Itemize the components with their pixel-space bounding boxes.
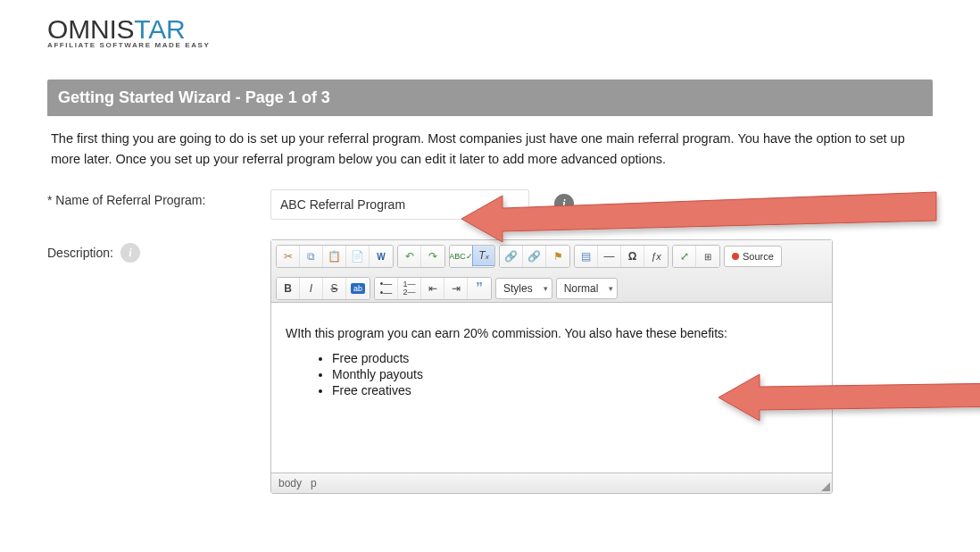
copy-icon[interactable]: ⧉ [300,246,323,267]
spellcheck-icon[interactable]: ABC✓ [450,246,473,267]
path-body[interactable]: body [278,477,302,489]
format-label: Normal [564,282,599,295]
link-icon[interactable]: 🔗 [500,246,523,267]
source-icon [732,253,739,260]
description-label: Description: [47,246,113,260]
editor-content[interactable]: WIth this program you can earn 20% commi… [271,303,832,473]
editor-toolbar: ✂ ⧉ 📋 📄 W ↷ ↷ ABC✓ Tx 🔗 [271,240,832,303]
showblocks-icon[interactable]: ⊞ [696,246,719,267]
row-referral-name: * Name of Referral Program: i [47,186,933,236]
ol-icon[interactable]: 1—2— [398,278,421,299]
editor-paragraph: WIth this program you can earn 20% commi… [286,326,818,340]
remove-format-icon[interactable]: Tx [472,245,495,266]
italic-icon[interactable]: I [300,278,323,299]
editor-path-bar: body p [271,473,832,493]
list-item: Free products [332,351,818,365]
chevron-down-icon: ▾ [609,284,613,293]
unlink-icon[interactable]: 🔗 [523,246,546,267]
anchor-icon[interactable]: ⚑ [546,246,569,267]
logo-omni: OMNI [47,14,117,44]
resize-handle-icon[interactable] [821,482,830,491]
list-item: Free creatives [332,383,818,397]
chevron-down-icon: ▾ [544,284,548,293]
paste-word-icon[interactable]: W [370,246,393,267]
wizard-intro: The first thing you are going to do is s… [47,116,933,186]
path-p[interactable]: p [311,477,317,489]
styles-label: Styles [503,282,533,295]
info-icon[interactable]: i [120,243,140,263]
wizard-header: Getting Started Wizard - Page 1 of 3 [47,79,933,116]
logo: OMNISTAR AFFILIATE SOFTWARE MADE EASY [47,9,933,62]
redo-icon[interactable]: ↷ [421,246,444,267]
ul-icon[interactable]: •—•— [375,278,398,299]
info-icon[interactable]: i [554,194,574,213]
logo-tar: TAR [134,14,185,44]
image-icon[interactable]: ▤ [575,246,598,267]
logo-tagline: AFFILIATE SOFTWARE MADE EASY [47,41,933,49]
cut-icon[interactable]: ✂ [277,246,300,267]
outdent-icon[interactable]: ⇤ [421,278,444,299]
styles-dropdown[interactable]: Styles ▾ [495,278,552,299]
bold-icon[interactable]: B [277,278,300,299]
undo-icon[interactable]: ↷ [398,246,421,267]
referral-name-label: * Name of Referral Program: [47,189,270,207]
format-dropdown[interactable]: Normal ▾ [556,278,619,299]
hr-icon[interactable]: ― [598,246,621,267]
blockquote-icon[interactable]: ” [468,278,491,299]
source-button[interactable]: Source [724,246,782,267]
source-label: Source [743,251,774,262]
specialchar-icon[interactable]: Ω [621,246,644,267]
maximize-icon[interactable]: ⤢ [673,246,696,267]
indent-icon[interactable]: ⇥ [444,278,468,299]
row-description: Description: i ✂ ⧉ 📋 📄 W ↷ ↷ [47,236,933,510]
logo-s: S [117,14,135,44]
math-icon[interactable]: ƒx [644,246,668,267]
list-item: Monthly payouts [332,367,818,381]
paste-text-icon[interactable]: 📄 [346,246,370,267]
rich-text-editor: ✂ ⧉ 📋 📄 W ↷ ↷ ABC✓ Tx 🔗 [270,239,833,494]
color-icon[interactable]: ab [346,278,370,299]
referral-name-input[interactable] [270,189,529,220]
paste-icon[interactable]: 📋 [323,246,346,267]
strike-icon[interactable]: S [323,278,346,299]
